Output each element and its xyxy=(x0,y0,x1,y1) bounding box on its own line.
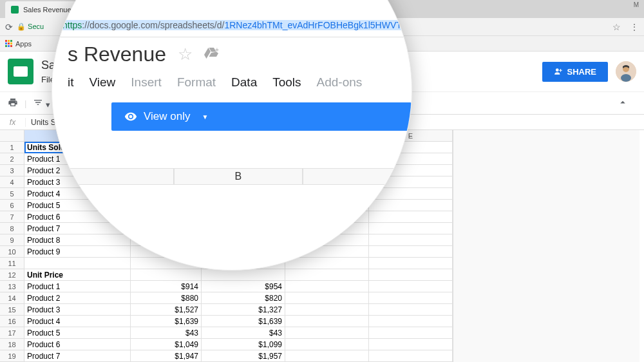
fx-label[interactable]: fx xyxy=(0,118,26,127)
cell[interactable]: Product 8 xyxy=(24,234,131,246)
cell[interactable]: $1,099 xyxy=(202,339,285,350)
cell[interactable]: $1,049 xyxy=(131,339,202,350)
row-header[interactable]: 15 xyxy=(0,304,24,316)
cell[interactable]: $820 xyxy=(202,292,285,304)
cell[interactable] xyxy=(369,316,453,327)
menu-addons[interactable]: Add-ons xyxy=(317,75,363,90)
table-row: 13Product 1$914$954 xyxy=(0,281,453,292)
menu-edit[interactable]: it xyxy=(68,75,74,90)
cell[interactable] xyxy=(285,316,369,327)
cell[interactable] xyxy=(131,269,202,281)
menu-data[interactable]: Data xyxy=(231,75,257,90)
row-header[interactable]: 1 xyxy=(0,142,24,153)
document-title-zoomed[interactable]: s Revenue xyxy=(68,43,166,66)
cell[interactable] xyxy=(369,269,453,281)
cell[interactable]: $880 xyxy=(131,292,202,304)
cell[interactable] xyxy=(24,258,131,269)
cell[interactable] xyxy=(369,223,453,234)
reload-icon[interactable]: ⟳ xyxy=(5,22,13,32)
user-avatar[interactable] xyxy=(616,61,636,82)
cell[interactable]: Product 6 xyxy=(24,339,131,350)
row-header[interactable]: 4 xyxy=(0,176,24,188)
cell[interactable] xyxy=(285,339,369,350)
row-header[interactable]: 14 xyxy=(0,292,24,304)
row-header[interactable]: 8 xyxy=(0,223,24,234)
tab-title: Sales Revenue - xyxy=(23,6,75,14)
cell[interactable] xyxy=(369,350,453,362)
cell[interactable]: Product 3 xyxy=(24,304,131,316)
cell[interactable]: $1,527 xyxy=(131,304,202,316)
row-header[interactable]: 2 xyxy=(0,153,24,165)
cell[interactable] xyxy=(285,281,369,292)
chrome-profile-letter[interactable]: M xyxy=(634,1,639,8)
cell[interactable] xyxy=(285,292,369,304)
cell[interactable] xyxy=(285,269,369,281)
cell[interactable]: $43 xyxy=(202,327,285,339)
address-bar[interactable]: https://docs.google.com/spreadsheets/d/1… xyxy=(52,16,412,34)
row-header[interactable]: 11 xyxy=(0,258,24,269)
cell[interactable] xyxy=(369,327,453,339)
row-header[interactable]: 6 xyxy=(0,200,24,211)
cell[interactable]: $954 xyxy=(202,281,285,292)
cell[interactable] xyxy=(369,200,453,211)
cell[interactable]: Product 2 xyxy=(24,292,131,304)
menu-insert[interactable]: Insert xyxy=(131,75,162,90)
filter-icon[interactable]: ▾ xyxy=(33,97,50,110)
cell[interactable]: Unit Price xyxy=(24,269,131,281)
apps-shortcut[interactable]: Apps xyxy=(5,40,32,48)
cell[interactable]: Product 4 xyxy=(24,316,131,327)
table-row: 16Product 4$1,639$1,639 xyxy=(0,316,453,327)
cell[interactable]: Product 5 xyxy=(24,327,131,339)
table-row: 17Product 5$43$43 xyxy=(0,327,453,339)
menu-tools[interactable]: Tools xyxy=(272,75,301,90)
cell[interactable]: $43 xyxy=(131,327,202,339)
cell[interactable] xyxy=(285,350,369,362)
row-header[interactable]: 9 xyxy=(0,234,24,246)
bookmark-star-icon[interactable]: ☆ xyxy=(612,22,621,32)
chevron-up-icon[interactable] xyxy=(617,97,629,110)
cell[interactable] xyxy=(369,234,453,246)
sheets-logo-icon[interactable] xyxy=(8,59,33,84)
cell[interactable] xyxy=(369,211,453,223)
cell[interactable] xyxy=(369,304,453,316)
cell[interactable]: $1,947 xyxy=(131,350,202,362)
cell[interactable] xyxy=(369,292,453,304)
cell[interactable] xyxy=(369,258,453,269)
view-only-button[interactable]: View only ▼ xyxy=(111,102,412,131)
star-icon[interactable]: ☆ xyxy=(178,44,193,64)
menu-view[interactable]: View xyxy=(90,75,116,90)
menu-dots-icon[interactable]: ⋮ xyxy=(630,22,639,32)
select-all-corner[interactable] xyxy=(0,130,24,142)
row-header[interactable]: 10 xyxy=(0,246,24,258)
cell[interactable] xyxy=(369,246,453,258)
cell[interactable]: Product 7 xyxy=(24,350,131,362)
cell[interactable]: $914 xyxy=(131,281,202,292)
cell[interactable] xyxy=(202,269,285,281)
row-header[interactable]: 3 xyxy=(0,165,24,176)
cell[interactable] xyxy=(285,327,369,339)
cell[interactable]: $1,639 xyxy=(131,316,202,327)
row-header[interactable]: 19 xyxy=(0,350,24,362)
row-header[interactable]: 12 xyxy=(0,269,24,281)
share-button[interactable]: SHARE xyxy=(542,62,608,82)
menu-format[interactable]: Format xyxy=(177,75,216,90)
row-header[interactable]: 7 xyxy=(0,211,24,223)
cell[interactable]: Product 9 xyxy=(24,246,131,258)
cell[interactable]: $1,639 xyxy=(202,316,285,327)
row-header[interactable]: 16 xyxy=(0,316,24,327)
cell[interactable] xyxy=(285,304,369,316)
cell[interactable]: $1,957 xyxy=(202,350,285,362)
row-header[interactable]: 13 xyxy=(0,281,24,292)
cell[interactable] xyxy=(369,339,453,350)
cell[interactable] xyxy=(285,258,369,269)
drive-icon[interactable]: + xyxy=(203,46,220,64)
row-header[interactable]: 5 xyxy=(0,188,24,200)
cell[interactable]: Product 1 xyxy=(24,281,131,292)
eye-icon xyxy=(124,110,137,123)
svg-text:+: + xyxy=(215,46,219,53)
cell[interactable]: $1,327 xyxy=(202,304,285,316)
row-header[interactable]: 18 xyxy=(0,339,24,350)
row-header[interactable]: 17 xyxy=(0,327,24,339)
print-icon[interactable] xyxy=(8,97,18,110)
cell[interactable] xyxy=(369,281,453,292)
